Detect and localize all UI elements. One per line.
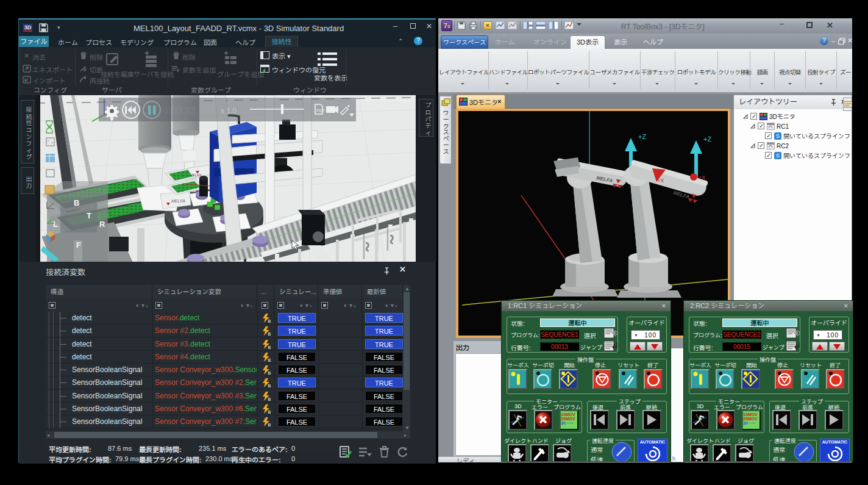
- svg-text:B: B: [268, 423, 271, 427]
- svg-text:F: F: [76, 240, 81, 250]
- svg-text:+Z: +Z: [703, 135, 711, 143]
- svg-text:B: B: [268, 332, 271, 336]
- svg-text:x 1.0: x 1.0: [221, 107, 237, 115]
- svg-text:+X: +X: [657, 178, 664, 184]
- svg-text:B: B: [268, 371, 271, 375]
- svg-text:0:00:32: 0:00:32: [163, 106, 195, 116]
- svg-text:B: B: [268, 410, 271, 414]
- svg-text:MELFA: MELFA: [190, 173, 202, 177]
- svg-text:B: B: [268, 319, 271, 323]
- svg-text:B: B: [74, 198, 79, 207]
- svg-text:B: B: [268, 358, 271, 362]
- svg-text:MELFA: MELFA: [171, 199, 185, 203]
- svg-text:T: T: [87, 211, 91, 220]
- svg-text:B: B: [268, 397, 271, 401]
- svg-text:L: L: [53, 220, 58, 229]
- svg-text:B: B: [268, 345, 271, 350]
- svg-text:+X: +X: [699, 174, 705, 181]
- svg-text:+Z: +Z: [638, 133, 646, 140]
- svg-text:R: R: [99, 220, 105, 229]
- svg-text:PDF: PDF: [316, 109, 325, 113]
- svg-text:B: B: [268, 384, 271, 388]
